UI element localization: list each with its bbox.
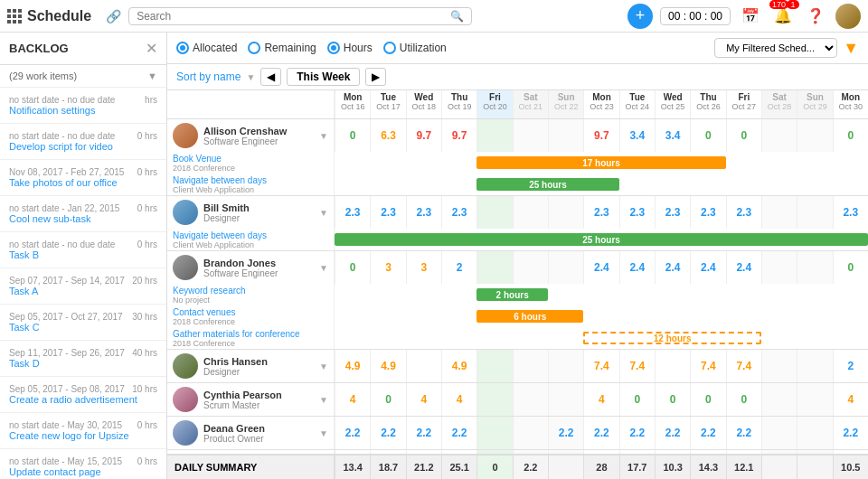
search-input[interactable] xyxy=(137,10,450,23)
main-layout: BACKLOG ✕ (29 work items) ▼ no start dat… xyxy=(0,33,868,479)
schedule-toolbar: Sort by name ▼ ◀ This Week ▶ xyxy=(167,64,868,90)
sidebar-filter-icon[interactable]: ▼ xyxy=(147,70,157,81)
hour-cell-4-7: 4 xyxy=(583,383,618,416)
sidebar-header: BACKLOG ✕ xyxy=(0,33,166,65)
hour-cell-4-1: 0 xyxy=(370,383,405,416)
person-info: Cynthia PearsonScrum Master▼ xyxy=(167,383,335,416)
task-name[interactable]: Gather materials for conference xyxy=(173,329,328,339)
person-section: Chris HansenDesigner▼4.94.94.97.47.47.47… xyxy=(167,350,868,383)
sort-by-label[interactable]: Sort by name xyxy=(176,70,241,83)
help-btn[interactable]: ❓ xyxy=(803,4,828,29)
expand-btn[interactable]: ▼ xyxy=(319,263,328,273)
sidebar-list-item: no start date - May 30, 2015 0 hrs Creat… xyxy=(0,417,166,445)
hour-cell-5-0: 2.2 xyxy=(335,417,370,449)
remaining-radio[interactable]: Remaining xyxy=(248,42,316,54)
expand-btn[interactable]: ▼ xyxy=(319,395,328,405)
link-icon[interactable]: 🔗 xyxy=(106,9,121,23)
hour-cell-4-13 xyxy=(797,383,832,416)
hour-value: 2.3 xyxy=(736,206,751,219)
person-avatar xyxy=(173,353,198,379)
prev-week-btn[interactable]: ◀ xyxy=(260,68,281,86)
expand-btn[interactable]: ▼ xyxy=(319,208,328,218)
sidebar-item-link[interactable]: Task C xyxy=(9,322,157,333)
gantt-bar: 2 hours xyxy=(476,288,548,301)
hour-cell-3-2 xyxy=(406,350,441,382)
task-row: Gather materials for conference2018 Conf… xyxy=(167,327,868,349)
expand-btn[interactable]: ▼ xyxy=(319,131,328,141)
task-name[interactable]: Book Venue xyxy=(173,154,328,164)
hour-cell-5-13 xyxy=(797,417,832,449)
this-week-btn[interactable]: This Week xyxy=(287,68,360,86)
allocated-label: Allocated xyxy=(193,42,237,54)
person-section: Allison CrenshawSoftware Engineer▼06.39.… xyxy=(167,119,868,196)
hour-value: 2.3 xyxy=(381,206,396,219)
bell-icon: 🔔 xyxy=(774,7,792,24)
task-bar-area: 25 hours xyxy=(335,174,868,195)
hour-value: 2.2 xyxy=(665,427,681,439)
sidebar-list-item: Sep 05, 2017 - Oct 27, 2017 30 hrs Task … xyxy=(0,308,166,336)
task-name[interactable]: Navigate between days xyxy=(173,175,328,185)
hours-radio-dot xyxy=(327,42,340,54)
col-header-8: TueOct 24 xyxy=(619,90,655,118)
filter-funnel-icon[interactable]: ▼ xyxy=(843,39,859,58)
sidebar-item-link[interactable]: Take photos of our office xyxy=(9,177,157,188)
person-name: Cynthia Pearson xyxy=(203,390,282,400)
person-avatar xyxy=(173,420,198,446)
calendar-icon-btn[interactable]: 📅 xyxy=(738,4,763,29)
filter-select[interactable]: My Filtered Sched... xyxy=(714,38,837,58)
utilization-radio[interactable]: Utilization xyxy=(383,42,447,54)
sidebar-item-link[interactable]: Task D xyxy=(9,358,157,369)
person-name-block: Brandon JonesSoftware Engineer xyxy=(203,258,278,278)
hour-value: 0 xyxy=(847,129,854,142)
user-avatar[interactable] xyxy=(835,4,861,29)
hour-cell-1-3: 2.3 xyxy=(441,196,476,229)
col-header-14: MonOct 30 xyxy=(833,90,868,118)
hour-value: 3.4 xyxy=(629,129,645,142)
summary-cell-13 xyxy=(797,456,832,479)
sidebar-item-link[interactable]: Create a radio advertisement xyxy=(9,394,157,405)
sidebar-item-link[interactable]: Notification settings xyxy=(9,105,157,116)
expand-btn[interactable]: ▼ xyxy=(319,362,328,371)
sidebar-item-link[interactable]: Develop script for video xyxy=(9,141,157,152)
person-row: Brandon JonesSoftware Engineer▼03322.42.… xyxy=(167,251,868,284)
hours-radio[interactable]: Hours xyxy=(327,42,373,54)
task-project: Client Web Application xyxy=(173,240,328,249)
task-name[interactable]: Keyword research xyxy=(173,286,328,296)
task-name[interactable]: Navigate between days xyxy=(173,230,328,240)
task-name[interactable]: Contact venues xyxy=(173,307,328,317)
expand-btn[interactable]: ▼ xyxy=(319,428,328,438)
sidebar-item-link[interactable]: Task A xyxy=(9,286,157,296)
person-row: Deana GreenProduct Owner▼2.22.22.22.22.2… xyxy=(167,417,868,449)
hour-value: 2.2 xyxy=(629,427,645,439)
time-display[interactable]: 00 : 00 : 00 xyxy=(660,7,731,25)
hour-value: 0 xyxy=(741,393,747,406)
add-button[interactable]: + xyxy=(627,4,653,29)
person-name-block: Bill SmithDesigner xyxy=(203,202,250,223)
col-header-13: SunOct 29 xyxy=(797,90,832,118)
task-info: Navigate between daysClient Web Applicat… xyxy=(167,174,335,195)
hour-cell-1-9: 2.3 xyxy=(655,196,690,229)
summary-cell-7: 28 xyxy=(583,456,618,479)
sidebar-item-link[interactable]: Create new logo for Upsize xyxy=(9,430,157,441)
hour-cell-3-7: 7.4 xyxy=(583,350,618,382)
sidebar-item-link[interactable]: Cool new sub-task xyxy=(9,213,157,224)
hour-value: 0 xyxy=(385,393,392,406)
sidebar-close-btn[interactable]: ✕ xyxy=(146,40,157,57)
hour-value: 2.3 xyxy=(629,206,645,219)
task-info: Contact venues2018 Conference xyxy=(167,305,335,327)
hour-value: 2.2 xyxy=(843,427,858,439)
allocated-radio[interactable]: Allocated xyxy=(176,42,237,54)
sidebar-item-link[interactable]: Update contact page xyxy=(9,466,157,477)
hour-cell-5-10: 2.2 xyxy=(690,417,725,449)
item-dates: Sep 07, 2017 - Sep 14, 2017 xyxy=(9,276,125,286)
notification-btn[interactable]: 🔔 1 170 xyxy=(770,4,796,29)
sidebar-list-item: Sep 05, 2017 - Sep 08, 2017 10 hrs Creat… xyxy=(0,380,166,409)
person-hours-row: 2.22.22.22.22.22.22.22.22.22.22.2 xyxy=(335,417,868,449)
next-week-btn[interactable]: ▶ xyxy=(365,68,386,86)
allocated-radio-dot xyxy=(176,42,189,54)
hour-value: 3.4 xyxy=(665,129,681,142)
sidebar-item-link[interactable]: Task B xyxy=(9,249,157,260)
search-box[interactable]: 🔍 xyxy=(128,7,472,25)
summary-cell-0: 13.4 xyxy=(335,456,370,479)
hour-cell-2-4 xyxy=(476,251,512,284)
